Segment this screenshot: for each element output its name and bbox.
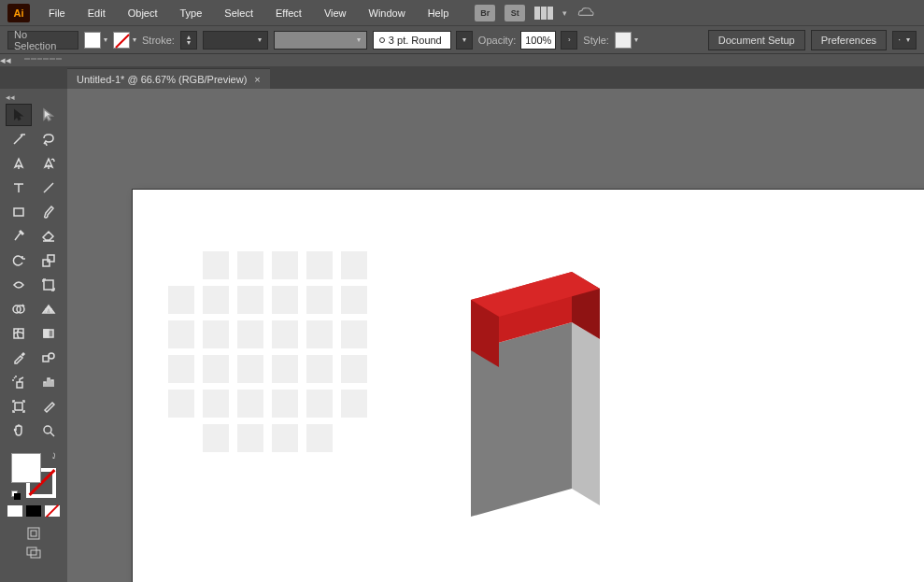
- svg-rect-12: [15, 403, 22, 410]
- selection-indicator: No Selection: [7, 31, 78, 50]
- line-segment-tool[interactable]: [36, 177, 62, 199]
- curvature-tool[interactable]: [36, 152, 62, 175]
- fill-stroke-control[interactable]: ⤸: [11, 453, 56, 498]
- draw-mode-button[interactable]: [25, 526, 42, 541]
- opacity-dropdown-button[interactable]: ›: [561, 31, 577, 50]
- fill-swatch[interactable]: [84, 32, 101, 49]
- menu-object[interactable]: Object: [119, 4, 167, 22]
- mesh-tool[interactable]: [6, 322, 32, 345]
- svg-rect-17: [31, 550, 40, 558]
- svg-point-11: [49, 353, 54, 359]
- document-tab[interactable]: Untitled-1* @ 66.67% (RGB/Preview) ×: [67, 68, 270, 89]
- selection-tool[interactable]: [6, 104, 32, 126]
- gradient-tool[interactable]: [36, 322, 62, 345]
- menu-effect[interactable]: Effect: [266, 4, 311, 22]
- round-brush-icon: [379, 37, 385, 43]
- menu-edit[interactable]: Edit: [78, 4, 115, 22]
- svg-rect-3: [48, 255, 54, 262]
- chevron-right-icon: ›: [568, 35, 571, 44]
- color-mode-row: [7, 505, 60, 517]
- color-mode-gradient[interactable]: [26, 505, 41, 517]
- rotate-tool[interactable]: [6, 249, 32, 272]
- menu-window[interactable]: Window: [360, 4, 415, 22]
- default-fill-stroke-icon[interactable]: [11, 490, 21, 500]
- chevron-down-icon: ▾: [462, 35, 466, 44]
- panel-grip-icon[interactable]: [24, 58, 62, 64]
- variable-width-profile-select[interactable]: ▾: [203, 31, 268, 50]
- menu-view[interactable]: View: [315, 4, 356, 22]
- artboard[interactable]: [133, 190, 924, 582]
- shaper-tool[interactable]: [6, 225, 32, 248]
- chevron-down-icon[interactable]: ▾: [133, 35, 136, 44]
- brush-definition-select[interactable]: ▾: [274, 31, 367, 50]
- toolbox-collapse-button[interactable]: ◂◂: [6, 92, 15, 102]
- rectangle-tool[interactable]: [6, 201, 32, 223]
- canvas-area[interactable]: [67, 89, 924, 582]
- chevron-down-icon[interactable]: ▾: [634, 35, 638, 44]
- zoom-tool[interactable]: [36, 419, 62, 442]
- column-graph-tool[interactable]: [36, 371, 62, 393]
- menu-select[interactable]: Select: [215, 4, 263, 22]
- screen-mode-button[interactable]: [25, 545, 42, 560]
- gpu-preview-icon[interactable]: [576, 6, 595, 21]
- svg-rect-16: [27, 547, 36, 555]
- magic-wand-tool[interactable]: [6, 128, 32, 150]
- direct-selection-tool[interactable]: [36, 104, 62, 126]
- toolbox-panel: ◂◂: [0, 89, 67, 582]
- lasso-tool[interactable]: [36, 128, 62, 150]
- screen-mode-row: [25, 526, 42, 541]
- menu-help[interactable]: Help: [419, 4, 459, 22]
- pen-tool[interactable]: [6, 152, 32, 175]
- panel-collapse-button[interactable]: ◂◂: [0, 54, 11, 65]
- stroke-swatch-control[interactable]: ▾: [113, 32, 136, 49]
- paintbrush-tool[interactable]: [36, 201, 62, 223]
- align-to-select[interactable]: ▾: [892, 31, 917, 50]
- slice-tool[interactable]: [36, 395, 62, 418]
- chevron-down-icon: ▾: [906, 35, 910, 44]
- menu-file[interactable]: File: [39, 4, 75, 22]
- color-mode-none[interactable]: [45, 505, 60, 517]
- bridge-button[interactable]: Br: [475, 5, 495, 21]
- document-setup-button[interactable]: Document Setup: [708, 30, 805, 50]
- style-swatch[interactable]: [615, 32, 632, 49]
- hand-tool[interactable]: [6, 419, 32, 442]
- svg-rect-10: [43, 356, 49, 362]
- menu-bar: Ai File Edit Object Type Select Effect V…: [0, 0, 924, 26]
- opacity-input[interactable]: 100%: [520, 31, 556, 50]
- brush-dropdown-button[interactable]: ▾: [456, 31, 473, 50]
- opacity-label: Opacity:: [478, 35, 516, 46]
- free-transform-tool[interactable]: [36, 274, 62, 296]
- stroke-swatch-none[interactable]: [113, 32, 130, 49]
- chevron-down-icon[interactable]: ▾: [104, 35, 107, 44]
- symbol-sprayer-tool[interactable]: [6, 371, 32, 393]
- artboard-tool[interactable]: [6, 395, 32, 418]
- swap-fill-stroke-icon[interactable]: ⤸: [50, 451, 58, 461]
- brush-name-input[interactable]: 3 pt. Round: [373, 31, 451, 50]
- eyedropper-tool[interactable]: [6, 347, 32, 369]
- scale-tool[interactable]: [36, 249, 62, 272]
- shape-builder-tool[interactable]: [6, 298, 32, 320]
- box-side-face: [572, 322, 600, 505]
- perspective-grid-tool[interactable]: [36, 298, 62, 320]
- width-tool[interactable]: [6, 274, 32, 296]
- graphic-style-control[interactable]: ▾: [615, 32, 638, 49]
- stroke-weight-select[interactable]: ▴▾: [180, 31, 197, 50]
- preferences-button[interactable]: Preferences: [811, 30, 887, 50]
- chevron-down-icon: ▾: [258, 35, 262, 44]
- grey-square-grid: [168, 251, 367, 452]
- brush-name-value: 3 pt. Round: [389, 35, 442, 46]
- svg-rect-1: [14, 208, 23, 216]
- svg-rect-14: [28, 528, 39, 539]
- svg-rect-15: [31, 531, 36, 536]
- color-mode-normal[interactable]: [7, 505, 22, 517]
- type-tool[interactable]: [6, 177, 32, 199]
- arrange-documents-button[interactable]: [534, 7, 553, 20]
- menu-type[interactable]: Type: [171, 4, 212, 22]
- blend-tool[interactable]: [36, 347, 62, 369]
- eraser-tool[interactable]: [36, 225, 62, 248]
- close-tab-button[interactable]: ×: [254, 74, 260, 85]
- stepper-icon: ▴▾: [187, 35, 191, 46]
- fill-swatch-control[interactable]: ▾: [84, 32, 107, 49]
- fill-color-box[interactable]: [11, 453, 41, 483]
- stock-button[interactable]: St: [505, 5, 525, 21]
